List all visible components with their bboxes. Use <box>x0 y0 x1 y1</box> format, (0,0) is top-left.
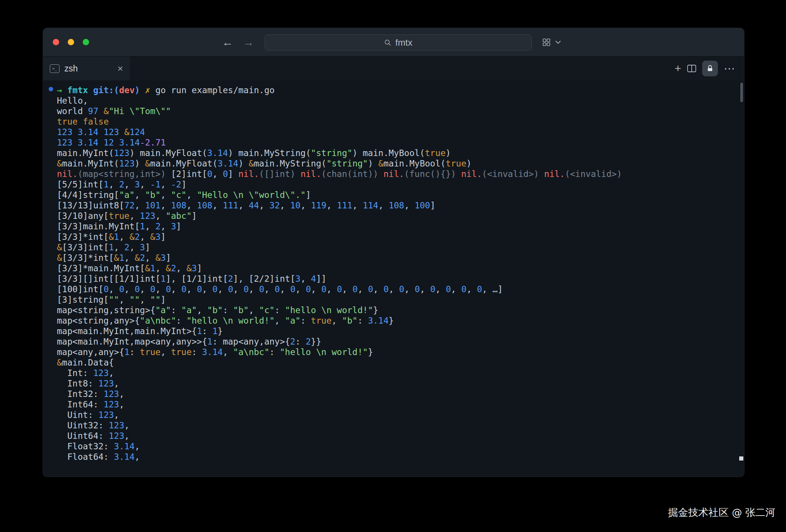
terminal-line: [3/3]*int[&1, &2, &3] <box>57 232 744 242</box>
close-window-button[interactable] <box>53 39 59 45</box>
terminal-line: world 97 &"Hi \"Tom\"" <box>57 106 744 116</box>
terminal-icon: >_ <box>50 64 60 73</box>
chevron-down-icon <box>555 40 561 44</box>
terminal-window: ← → fmtx <box>43 28 744 477</box>
terminal-line: [3/3]*main.MyInt[&1, &2, &3] <box>57 263 744 273</box>
traffic-lights <box>53 39 89 45</box>
terminal-line: nil.(map<string,int>) [2]int[0, 0] nil.(… <box>57 169 744 179</box>
terminal-line: Float64: 3.14, <box>57 452 744 462</box>
prompt-marker-icon <box>49 87 53 91</box>
terminal-line: [3/10]any[true, 123, "abc"] <box>57 211 744 221</box>
terminal-line: map<string,string>{"a": "a", "b": "b", "… <box>57 305 744 315</box>
prompt-line: → fmtx git:(dev) ✗ go run examples/main.… <box>57 85 744 95</box>
terminal-line: [3]string["", "", ""] <box>57 294 744 305</box>
apps-grid-icon <box>542 38 551 46</box>
terminal-line: Uint64: 123, <box>57 431 744 441</box>
terminal-line: Hello, <box>57 95 744 106</box>
terminal-line: Int8: 123, <box>57 378 744 389</box>
watermark: 掘金技术社区 @ 张二河 <box>668 506 776 519</box>
terminal-line: Int64: 123, <box>57 399 744 410</box>
desktop: ← → fmtx <box>0 0 786 532</box>
titlebar: ← → fmtx <box>43 28 744 56</box>
scrollbar-thumb[interactable] <box>740 83 743 102</box>
back-icon[interactable]: ← <box>222 37 233 48</box>
minimize-window-button[interactable] <box>68 39 74 45</box>
terminal-lines: → fmtx git:(dev) ✗ go run examples/main.… <box>57 85 744 462</box>
history-nav: ← → <box>222 28 254 56</box>
terminal-line: Uint: 123, <box>57 410 744 420</box>
profiles-button[interactable] <box>542 28 561 56</box>
terminal-line: map<any,any>{1: true, true: 3.14, "a\nbc… <box>57 347 744 357</box>
terminal-line: Int32: 123, <box>57 389 744 399</box>
lock-button[interactable] <box>702 61 718 76</box>
terminal-line: &[3/3]*int[&1, &2, &3] <box>57 253 744 263</box>
new-tab-button[interactable]: + <box>674 63 681 74</box>
terminal-line: &main.Data{ <box>57 357 744 368</box>
scroll-bottom-marker <box>739 456 743 461</box>
tab-zsh[interactable]: >_ zsh × <box>43 56 130 80</box>
terminal-line: true false <box>57 116 744 127</box>
terminal-line: 123 3.14 12 3.14-2.71 <box>57 137 744 148</box>
terminal-line: &[3/3]int[1, 2, 3] <box>57 242 744 253</box>
more-options-button[interactable]: ⋯ <box>724 63 735 74</box>
forward-icon[interactable]: → <box>243 37 254 48</box>
terminal-line: 123 3.14 123 &124 <box>57 127 744 137</box>
tab-close-icon[interactable]: × <box>118 64 123 73</box>
terminal-line: &main.MyInt(123) &main.MyFloat(3.14) &ma… <box>57 158 744 169</box>
terminal-output[interactable]: → fmtx git:(dev) ✗ go run examples/main.… <box>43 80 744 477</box>
search-box[interactable]: fmtx <box>265 34 532 51</box>
tab-bar: >_ zsh × + <box>43 56 744 80</box>
lock-icon <box>706 65 714 72</box>
terminal-line: [3/3][]int[[1/1]int[1], [1/1]int[2], [2/… <box>57 273 744 284</box>
terminal-line: [3/3]main.MyInt[1, 2, 3] <box>57 221 744 232</box>
terminal-line: Float32: 3.14, <box>57 441 744 452</box>
tab-actions: + ⋯ <box>674 56 735 80</box>
split-pane-button[interactable] <box>687 65 696 72</box>
terminal-line: [4/4]string["a", "b", "c", "Hello \n \"w… <box>57 190 744 200</box>
terminal-line: [13/13]uint8[72, 101, 108, 108, 111, 44,… <box>57 200 744 211</box>
zoom-window-button[interactable] <box>83 39 89 45</box>
terminal-line: map<string,any>{"a\nbc": "hello \n world… <box>57 315 744 326</box>
terminal-line: map<main.MyInt,main.MyInt>{1: 1} <box>57 326 744 336</box>
terminal-line: Int: 123, <box>57 368 744 378</box>
terminal-line: Uint32: 123, <box>57 420 744 431</box>
terminal-line: [100]int[0, 0, 0, 0, 0, 0, 0, 0, 0, 0, 0… <box>57 284 744 294</box>
tab-label: zsh <box>64 64 78 74</box>
terminal-line: [5/5]int[1, 2, 3, -1, -2] <box>57 179 744 190</box>
search-text: fmtx <box>395 37 412 48</box>
search-icon <box>384 39 392 46</box>
terminal-line: main.MyInt(123) main.MyFloat(3.14) main.… <box>57 148 744 158</box>
terminal-line: map<main.MyInt,map<any,any>>{1: map<any,… <box>57 336 744 347</box>
